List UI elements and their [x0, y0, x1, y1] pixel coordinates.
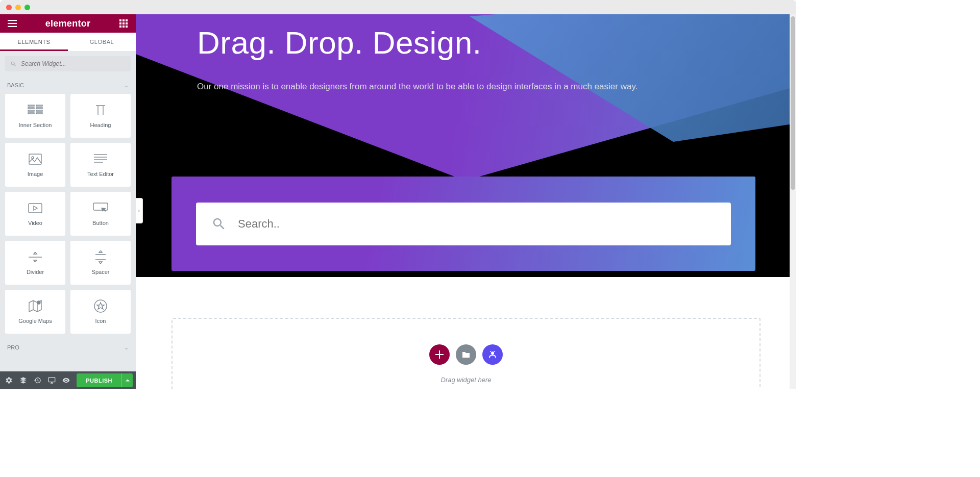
ai-icon [488, 350, 497, 359]
divider-icon [29, 250, 42, 264]
category-label: BASIC [7, 82, 24, 88]
svg-rect-8 [126, 22, 128, 24]
collapse-panel-handle[interactable]: ‹ [136, 198, 143, 223]
svg-rect-3 [119, 19, 121, 21]
tab-elements[interactable]: ELEMENTS [0, 33, 68, 51]
widget-search[interactable] [5, 56, 131, 71]
gear-icon [5, 376, 13, 384]
svg-rect-9 [119, 26, 121, 28]
widget-label: Icon [95, 318, 106, 324]
star-icon [94, 299, 107, 313]
publish-options-button[interactable] [121, 373, 133, 387]
text-editor-icon [94, 153, 107, 166]
widget-inner-section[interactable]: Inner Section [5, 94, 65, 138]
panel-header: elementor [0, 14, 136, 33]
svg-rect-19 [36, 113, 42, 114]
app-body: elementor ELEMENTS GLOBAL [0, 14, 796, 389]
eye-icon [62, 376, 70, 384]
panel-footer: PUBLISH [0, 371, 136, 389]
grid-icon [119, 19, 128, 28]
widget-divider[interactable]: Divider [5, 241, 65, 285]
svg-rect-18 [28, 113, 34, 114]
chevron-left-icon: ‹ [138, 207, 140, 214]
svg-rect-13 [36, 105, 42, 106]
svg-rect-7 [122, 22, 125, 24]
history-icon [34, 376, 41, 384]
history-button[interactable] [32, 375, 43, 386]
responsive-button[interactable] [46, 375, 57, 386]
widget-label: Video [28, 220, 42, 226]
widget-google-maps[interactable]: Google Maps [5, 290, 65, 334]
widget-search-row [0, 51, 136, 77]
svg-rect-4 [122, 19, 125, 21]
hero-section[interactable]: Drag. Drop. Design. Our one mission is t… [136, 14, 796, 277]
add-section-button[interactable] [429, 344, 450, 365]
svg-rect-16 [28, 110, 34, 111]
widget-video[interactable]: Video [5, 192, 65, 236]
mac-titlebar [0, 0, 796, 14]
hero-subtitle[interactable]: Our one mission is to enable designers f… [197, 80, 755, 93]
maximize-window-button[interactable] [24, 5, 30, 10]
minimize-window-button[interactable] [15, 5, 21, 10]
widget-label: Text Editor [87, 171, 114, 177]
preview-button[interactable] [60, 375, 71, 386]
widget-search-input[interactable] [21, 60, 126, 67]
svg-point-32 [494, 351, 495, 352]
widgets-grid: Inner Section Heading Image Text Editor … [0, 94, 136, 339]
hero-search-input[interactable] [238, 217, 716, 231]
svg-point-31 [490, 351, 491, 352]
menu-button[interactable] [7, 18, 17, 29]
editing-canvas: Drag. Drop. Design. Our one mission is t… [136, 14, 796, 389]
settings-button[interactable] [3, 375, 14, 386]
heading-icon [94, 104, 107, 117]
widget-label: Spacer [92, 269, 110, 275]
svg-point-21 [32, 157, 34, 159]
hero-title[interactable]: Drag. Drop. Design. [197, 24, 755, 61]
svg-rect-11 [126, 26, 128, 28]
widget-label: Button [92, 220, 109, 226]
widget-label: Inner Section [19, 122, 52, 128]
widget-button[interactable]: Button [70, 192, 131, 236]
template-library-button[interactable] [456, 344, 476, 365]
svg-rect-0 [8, 20, 17, 21]
close-window-button[interactable] [6, 5, 12, 10]
tab-global[interactable]: GLOBAL [68, 33, 136, 51]
empty-section-dropzone[interactable]: Drag widget here [172, 318, 761, 389]
category-basic[interactable]: BASIC ⌄ [0, 77, 136, 94]
brand-logo: elementor [45, 18, 91, 29]
button-icon [93, 202, 108, 215]
app-window: elementor ELEMENTS GLOBAL [0, 0, 796, 389]
navigator-button[interactable] [17, 375, 29, 386]
inner-section-icon [28, 104, 43, 117]
traffic-lights [6, 5, 30, 10]
svg-rect-26 [29, 204, 42, 213]
ai-button[interactable] [482, 344, 503, 365]
widget-icon[interactable]: Icon [70, 290, 131, 334]
dropzone-buttons [429, 344, 503, 365]
hamburger-icon [8, 20, 17, 27]
svg-point-30 [491, 352, 494, 355]
widgets-grid-button[interactable] [118, 18, 129, 29]
hero-search[interactable] [196, 203, 731, 245]
search-icon [211, 216, 227, 232]
svg-rect-6 [119, 22, 121, 24]
svg-rect-1 [8, 23, 17, 24]
desktop-icon [48, 376, 56, 384]
widget-label: Image [28, 171, 43, 177]
video-icon [28, 202, 42, 215]
folder-icon [462, 351, 470, 358]
widget-label: Google Maps [18, 318, 52, 324]
widget-spacer[interactable]: Spacer [70, 241, 131, 285]
widget-image[interactable]: Image [5, 143, 65, 187]
publish-button[interactable]: PUBLISH [77, 373, 121, 387]
layers-icon [19, 376, 27, 384]
elements-panel: elementor ELEMENTS GLOBAL [0, 14, 136, 389]
svg-rect-12 [28, 105, 34, 106]
svg-rect-10 [122, 26, 125, 28]
widget-text-editor[interactable]: Text Editor [70, 143, 131, 187]
publish-group: PUBLISH [77, 373, 133, 387]
chevron-down-icon: ⌄ [124, 82, 129, 89]
search-band-section[interactable] [172, 177, 755, 271]
category-pro[interactable]: PRO ⌄ [0, 339, 136, 356]
widget-heading[interactable]: Heading [70, 94, 131, 138]
